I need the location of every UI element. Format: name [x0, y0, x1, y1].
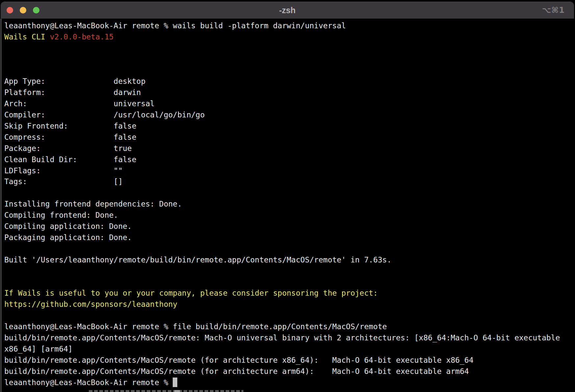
- terminal-text-span: leaanthony@Leas-MacBook-Air remote % fil…: [4, 322, 387, 331]
- terminal-text-span: v2.0.0-beta.15: [50, 33, 113, 41]
- tab-shortcut-badge: ⌥⌘1: [542, 2, 565, 19]
- terminal-text-span: build/bin/remote.app/Contents/MacOS/remo…: [4, 367, 469, 376]
- terminal-line: x86_64] [arm64]: [4, 344, 574, 355]
- terminal-line: build/bin/remote.app/Contents/MacOS/remo…: [4, 366, 574, 377]
- terminal-text-span: Platform: darwin: [4, 88, 141, 97]
- terminal-text-span: leaanthony@Leas-MacBook-Air remote % wai…: [4, 21, 346, 30]
- terminal-line: leaanthony@Leas-MacBook-Air remote %: [4, 377, 574, 388]
- terminal-text-span: App Type: desktop: [4, 77, 145, 86]
- terminal-line: Compress: false: [4, 132, 574, 143]
- terminal-text-span: Compiling application: Done.: [4, 222, 132, 231]
- terminal-text-span: Compress: false: [4, 133, 137, 141]
- terminal-line: [4, 277, 574, 288]
- terminal-line: leaanthony@Leas-MacBook-Air remote % wai…: [4, 20, 574, 32]
- terminal-line: leaanthony@Leas-MacBook-Air remote % fil…: [4, 321, 574, 332]
- clipped-text-highlight: [174, 390, 180, 392]
- terminal-line: Compiling frontend: Done.: [4, 210, 574, 221]
- terminal-text-span: Compiling frontend: Done.: [4, 211, 118, 219]
- terminal-text-span: Package: true: [4, 144, 132, 153]
- terminal-line: [4, 65, 574, 76]
- terminal-text-span: Packaging application: Done.: [4, 233, 132, 242]
- terminal-line: Compiler: /usr/local/go/bin/go: [4, 110, 574, 121]
- terminal-text-span: Installing frontend dependencies: Done.: [4, 200, 182, 208]
- window-title: -zsh: [1, 2, 574, 19]
- terminal-line: build/bin/remote.app/Contents/MacOS/remo…: [4, 355, 574, 366]
- clipped-text-row: [89, 390, 243, 392]
- cursor-block: [173, 378, 177, 387]
- terminal-text-span: Skip Frontend: false: [4, 122, 137, 130]
- terminal-line: [4, 266, 574, 277]
- terminal-line: build/bin/remote.app/Contents/MacOS/remo…: [4, 332, 574, 344]
- terminal-line: [4, 243, 574, 255]
- terminal-text-span: build/bin/remote.app/Contents/MacOS/remo…: [4, 356, 473, 364]
- terminal-line: [4, 43, 574, 54]
- terminal-text-span: Built '/Users/leaanthony/remote/build/bi…: [4, 256, 391, 264]
- terminal-text-span: build/bin/remote.app/Contents/MacOS/remo…: [4, 333, 560, 342]
- terminal-screen[interactable]: leaanthony@Leas-MacBook-Air remote % wai…: [1, 19, 574, 392]
- terminal-text-span: LDFlags: "": [4, 166, 123, 175]
- terminal-line: App Type: desktop: [4, 76, 574, 87]
- terminal-text-span: https://github.com/sponsors/leaanthony: [4, 300, 177, 308]
- terminal-line: [4, 310, 574, 321]
- terminal-line: Arch: universal: [4, 98, 574, 110]
- terminal-line: Package: true: [4, 143, 574, 154]
- terminal-line: Tags: []: [4, 176, 574, 187]
- terminal-line: Platform: darwin: [4, 87, 574, 98]
- terminal-line: [4, 187, 574, 199]
- terminal-line: Compiling application: Done.: [4, 221, 574, 232]
- terminal-window: -zsh ⌥⌘1 leaanthony@Leas-MacBook-Air rem…: [1, 2, 574, 392]
- terminal-text-span: Arch: universal: [4, 99, 155, 108]
- terminal-line: If Wails is useful to you or your compan…: [4, 288, 574, 299]
- terminal-line: Clean Build Dir: false: [4, 154, 574, 165]
- terminal-text-span: Wails CLI: [4, 33, 50, 41]
- terminal-line: Skip Frontend: false: [4, 121, 574, 132]
- terminal-text-span: leaanthony@Leas-MacBook-Air remote %: [4, 378, 173, 387]
- terminal-line: Installing frontend dependencies: Done.: [4, 199, 574, 210]
- window-titlebar[interactable]: -zsh ⌥⌘1: [1, 2, 574, 19]
- terminal-line: [4, 54, 574, 65]
- terminal-text-span: Clean Build Dir: false: [4, 155, 137, 164]
- terminal-output: leaanthony@Leas-MacBook-Air remote % wai…: [4, 20, 574, 388]
- terminal-line: Packaging application: Done.: [4, 232, 574, 243]
- terminal-line: Wails CLI v2.0.0-beta.15: [4, 32, 574, 43]
- terminal-line: https://github.com/sponsors/leaanthony: [4, 299, 574, 310]
- terminal-text-span: Compiler: /usr/local/go/bin/go: [4, 110, 205, 119]
- terminal-text-span: x86_64] [arm64]: [4, 345, 73, 353]
- terminal-text-span: If Wails is useful to you or your compan…: [4, 289, 378, 297]
- terminal-line: Built '/Users/leaanthony/remote/build/bi…: [4, 255, 574, 266]
- terminal-line: LDFlags: "": [4, 165, 574, 177]
- terminal-text-span: Tags: []: [4, 177, 123, 186]
